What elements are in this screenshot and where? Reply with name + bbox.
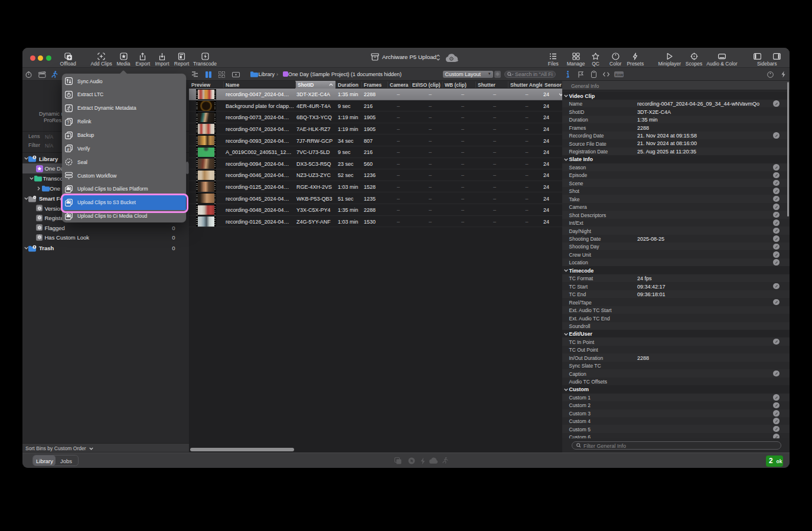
svg-text:#: # [67, 147, 70, 152]
svg-text:?: ? [67, 120, 69, 124]
